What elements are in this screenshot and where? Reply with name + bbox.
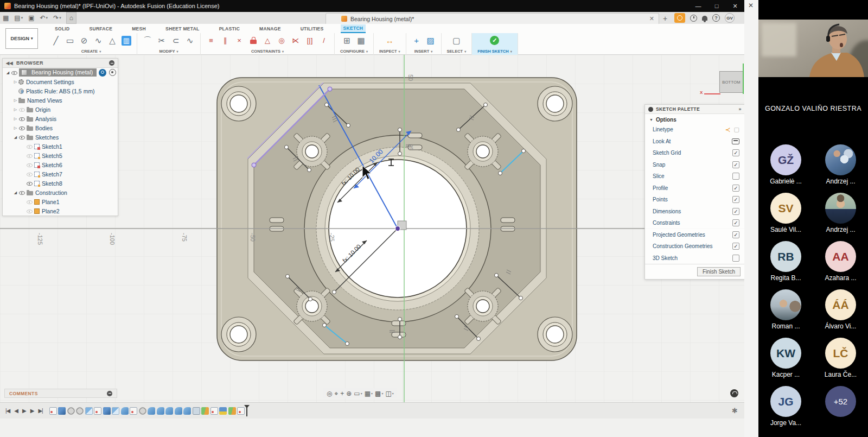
browser-item-construction[interactable]: ◢Construction [3,188,118,197]
ribbon-group-dropdown[interactable]: CONSTRAINTS▾ [251,48,284,54]
participant-tile[interactable]: ÁÁÁlvaro Vi... [813,289,868,338]
new-tab-button[interactable]: + [663,14,667,23]
undo-button[interactable]: ↶▾ [37,12,51,24]
expand-arrow-icon[interactable]: ▷ [12,117,18,121]
browser-item-sketch7[interactable]: Sketch7 [3,169,118,179]
play-button[interactable]: ▶ [22,408,26,414]
collapse-arrow-icon[interactable]: ◢ [5,71,11,75]
timeline-feature-sketch-icon[interactable] [210,407,218,415]
visibility-eye-icon[interactable] [18,125,25,131]
workspace-selector[interactable]: DESIGN▾ [5,28,38,49]
checkbox-sketch-grid[interactable]: ✓ [732,149,739,156]
timeline-settings-icon[interactable]: ✱ [732,407,738,415]
maximize-button[interactable]: □ [707,0,726,12]
insert-image-icon[interactable]: ▨ [426,36,436,46]
checkbox-points[interactable]: ✓ [732,196,739,203]
collapse-arrow-icon[interactable]: ◢ [12,135,18,140]
close-button[interactable]: ✕ [726,0,744,12]
browser-item-analysis[interactable]: ▷Analysis [3,114,118,123]
expand-arrow-icon[interactable]: ▷ [12,80,18,84]
minimize-button[interactable]: — [689,0,707,12]
timeline-feature-plane-icon[interactable] [201,407,209,415]
insert-fastener-icon[interactable]: + [412,36,422,46]
file-menu-button[interactable]: ▤▾ [11,12,25,24]
user-avatar[interactable]: GV [725,13,735,23]
timeline-feature-round-icon[interactable] [165,407,173,415]
measure-icon[interactable]: ↔ [385,36,394,46]
visibility-eye-icon[interactable] [11,70,17,75]
comments-menu-icon[interactable] [107,391,112,396]
orbit-button[interactable]: ◎ [327,390,332,397]
focus-target-icon[interactable] [109,69,116,76]
browser-item-bearing-housing-metal[interactable]: ◢Bearing Housing (metal) [3,68,118,77]
fit-curves-icon[interactable]: ∿ [185,36,195,46]
tab-sketch[interactable]: SKETCH [341,24,366,33]
timeline-feature-cube-icon[interactable] [103,407,111,415]
tab-sheet-metal[interactable]: SHEET METAL [163,25,202,33]
configuration-table-icon[interactable]: ▦ [356,36,366,46]
timeline-feature-sketch-icon[interactable] [94,407,101,415]
go-to-start-button[interactable]: |◀ [5,408,10,414]
timeline-feature-sketch-icon[interactable] [237,407,245,415]
notifications-icon[interactable] [702,16,707,21]
visibility-eye-icon[interactable] [26,172,33,177]
timeline-playhead[interactable] [246,406,247,416]
participant-tile[interactable]: SVSaulė Vil... [758,193,813,241]
browser-item-plane1[interactable]: Plane1 [3,197,118,206]
visibility-eye-icon[interactable] [26,153,33,159]
timeline-feature-bolt-icon[interactable] [219,407,227,415]
palette-dock-icon[interactable]: » [739,106,742,112]
browser-item-document-settings[interactable]: ▷Document Settings [3,77,118,86]
comments-bar[interactable]: COMMENTS [4,389,117,398]
ribbon-group-dropdown[interactable]: CONFIGURE▾ [340,48,368,54]
ribbon-group-dropdown[interactable]: MODIFY▾ [159,48,178,54]
checkbox-projected-geometries[interactable]: ✓ [732,231,739,238]
timeline-feature-gray-icon[interactable] [76,407,84,415]
timeline-feature-round-icon[interactable] [157,407,164,415]
visibility-eye-icon[interactable] [18,107,25,112]
fillet-icon[interactable]: ⌒ [143,36,152,46]
checkbox-profile[interactable]: ✓ [732,185,739,192]
tab-plastic[interactable]: PLASTIC [216,25,242,33]
display-settings-button[interactable]: ▦▾ [365,390,373,397]
timeline-feature-plane-icon[interactable] [228,407,236,415]
linetype-normal-icon[interactable]: ≺ [725,126,731,134]
browser-item-plane2[interactable]: Plane2 [3,206,118,216]
browser-item-plastic-rule-abs-1-5-mm[interactable]: Plastic Rule: ABS (1,5 mm) [3,86,118,96]
timeline-feature-round-icon[interactable] [183,407,191,415]
trim-icon[interactable]: ✂ [157,36,167,46]
expand-arrow-icon[interactable]: ▷ [12,98,18,103]
participant-tile[interactable]: Andrzej ... [813,193,868,241]
redo-button[interactable]: ↷▾ [50,12,64,24]
home-button[interactable]: ⌂ [66,12,76,24]
save-button[interactable]: ▣ [25,12,37,24]
tab-mesh[interactable]: MESH [129,25,149,33]
rectangle-icon[interactable]: ▭ [65,36,75,46]
view-cube-face[interactable]: BOTTOM [719,71,743,93]
ribbon-group-dropdown[interactable]: CREATE▾ [81,48,101,54]
tab-utilities[interactable]: UTILITIES [298,25,327,33]
checkbox-constraints[interactable]: ✓ [732,219,739,226]
browser-item-sketch5[interactable]: Sketch5 [3,151,118,160]
timeline-feature-gray-icon[interactable] [139,407,146,415]
spline-icon[interactable]: ∿ [93,36,103,46]
timeline-feature-sketch-icon[interactable] [130,407,137,415]
checkbox-dimensions[interactable]: ✓ [732,208,739,215]
browser-item-sketches[interactable]: ◢Sketches [3,132,118,142]
ribbon-group-dropdown[interactable]: INSPECT▾ [379,48,400,54]
look-at-button[interactable]: ⌖ [334,390,338,397]
symmetry-icon[interactable]: [|] [305,36,315,46]
circle-icon[interactable]: ⊘ [79,36,89,46]
checkbox-snap[interactable]: ✓ [732,161,739,168]
visibility-eye-icon[interactable] [18,190,25,195]
fit-button[interactable]: ▭▾ [354,390,362,397]
browser-item-sketch8[interactable]: Sketch8 [3,179,118,188]
concentric-icon[interactable]: ◎ [277,36,286,46]
select-icon[interactable]: ▢ [451,36,461,46]
palette-options-header[interactable]: ▼ Options [645,114,745,124]
look-at-icon[interactable] [732,138,739,144]
browser-collapse-icon[interactable]: ◀◀ [6,61,13,66]
timeline-feature-gray-icon[interactable] [67,407,75,415]
mirror-icon[interactable]: △ [107,36,117,46]
checkbox-slice[interactable] [732,173,739,180]
